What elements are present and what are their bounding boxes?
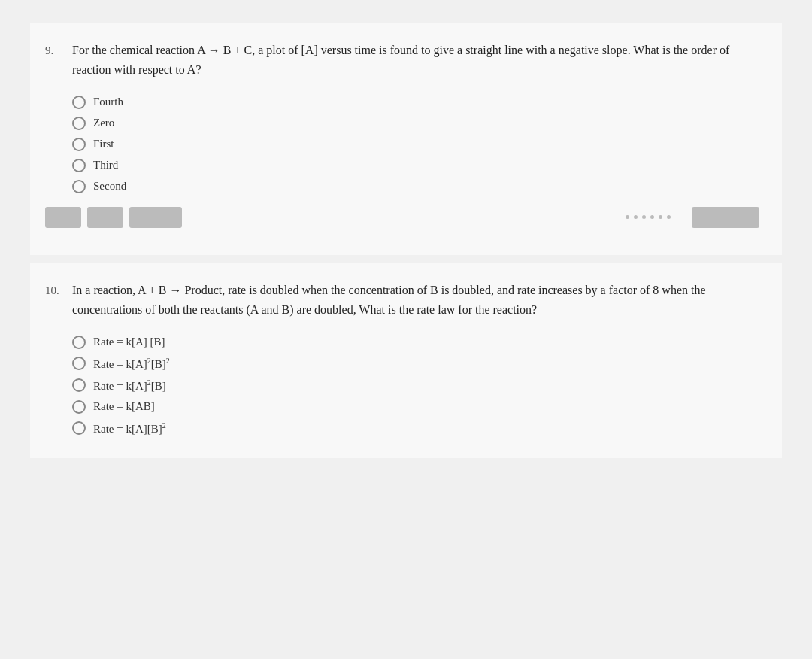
question-10-text: 10. In a reaction, A + B → Product, rate…	[45, 281, 767, 320]
toolbar-dot-3	[642, 215, 646, 219]
q10-radio-1[interactable]	[72, 336, 86, 349]
question-10-options: Rate = k[A] [B] Rate = k[A]2[B]2 Rate = …	[72, 336, 767, 436]
toolbar-btn-2[interactable]	[87, 207, 123, 228]
q10-radio-4[interactable]	[72, 400, 86, 414]
q10-label-4: Rate = k[AB]	[93, 400, 155, 413]
q10-option-3[interactable]: Rate = k[A]2[B]	[72, 378, 767, 393]
question-9-text: 9. For the chemical reaction A → B + C, …	[45, 41, 767, 80]
question-10-block: 10. In a reaction, A + B → Product, rate…	[30, 263, 782, 458]
q10-label-3: Rate = k[A]2[B]	[93, 378, 166, 393]
question-9-number: 9.	[45, 41, 66, 80]
q10-label-2: Rate = k[A]2[B]2	[93, 357, 170, 371]
q9-radio-second[interactable]	[72, 180, 86, 193]
q9-label-second: Second	[93, 180, 126, 193]
toolbar-dot-5	[659, 215, 662, 219]
q9-radio-fourth[interactable]	[72, 96, 86, 109]
toolbar-btn-3[interactable]	[129, 207, 182, 228]
q10-option-4[interactable]: Rate = k[AB]	[72, 400, 767, 414]
toolbar-row	[45, 201, 767, 240]
q9-radio-third[interactable]	[72, 159, 86, 172]
q9-option-first[interactable]: First	[72, 138, 767, 151]
q9-option-second[interactable]: Second	[72, 180, 767, 193]
q10-radio-3[interactable]	[72, 378, 86, 392]
q9-radio-first[interactable]	[72, 138, 86, 151]
toolbar-dot-6	[667, 215, 671, 219]
toolbar-dots	[626, 215, 686, 219]
q10-option-1[interactable]: Rate = k[A] [B]	[72, 336, 767, 349]
q9-option-zero[interactable]: Zero	[72, 117, 767, 130]
q9-label-fourth: Fourth	[93, 96, 123, 108]
question-10-body: In a reaction, A + B → Product, rate is …	[72, 281, 767, 320]
toolbar-dot-4	[650, 215, 654, 219]
q10-label-5: Rate = k[A][B]2	[93, 421, 166, 436]
toolbar-btn-1[interactable]	[45, 207, 81, 228]
q10-radio-2[interactable]	[72, 357, 86, 370]
q9-radio-zero[interactable]	[72, 117, 86, 130]
question-9-options: Fourth Zero First Third Second	[72, 96, 767, 193]
question-9-block: 9. For the chemical reaction A → B + C, …	[30, 23, 782, 255]
q10-radio-5[interactable]	[72, 421, 86, 435]
q9-label-first: First	[93, 138, 114, 150]
q9-option-fourth[interactable]: Fourth	[72, 96, 767, 109]
toolbar-dot-1	[626, 215, 629, 219]
q10-option-2[interactable]: Rate = k[A]2[B]2	[72, 357, 767, 371]
question-10-number: 10.	[45, 281, 66, 320]
question-9-body: For the chemical reaction A → B + C, a p…	[72, 41, 767, 80]
q9-option-third[interactable]: Third	[72, 159, 767, 172]
q10-label-1: Rate = k[A] [B]	[93, 336, 165, 348]
q9-label-third: Third	[93, 159, 118, 172]
toolbar-btn-right[interactable]	[692, 207, 759, 228]
toolbar-dot-2	[634, 215, 638, 219]
q10-option-5[interactable]: Rate = k[A][B]2	[72, 421, 767, 436]
q9-label-zero: Zero	[93, 117, 114, 129]
